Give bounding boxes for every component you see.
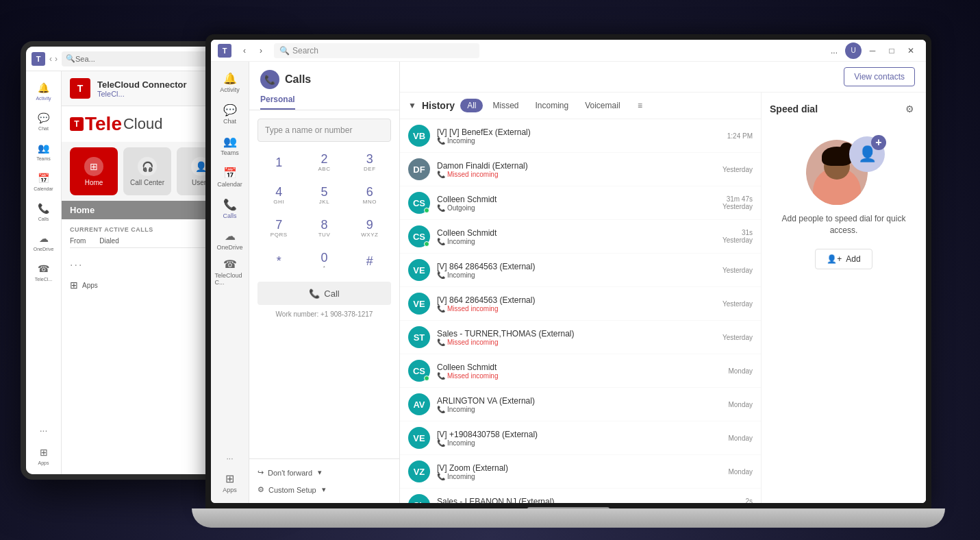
filter-missed[interactable]: Missed: [486, 99, 525, 112]
key-6[interactable]: 6MNO: [349, 180, 391, 210]
filter-voicemail[interactable]: Voicemail: [578, 99, 627, 112]
back-btn[interactable]: ‹: [237, 43, 252, 58]
history-item[interactable]: CS Colleen Schmidt 📞 Missed incoming Mon…: [400, 354, 761, 388]
call-type-icon: 📞: [437, 238, 445, 245]
history-item[interactable]: VE [V] 864 2864563 (External) 📞 Incoming…: [400, 254, 761, 287]
key-5[interactable]: 5JKL: [303, 180, 345, 210]
history-meta: Yesterday: [723, 267, 753, 274]
history-info: Colleen Schmidt 📞 Outgoing: [437, 195, 716, 212]
callcenter-icon: 🎧: [138, 157, 157, 176]
key-0[interactable]: 0*: [303, 246, 345, 276]
sidebar-item-activity[interactable]: 🔔 Activity: [215, 67, 245, 97]
sidebar-item-apps[interactable]: ⊞ Apps: [215, 467, 245, 498]
history-type: 📞 Outgoing: [437, 204, 716, 212]
dialed-column-header: Dialed: [99, 237, 118, 245]
key-8[interactable]: 8TUV: [303, 213, 345, 243]
speed-dial-add-btn[interactable]: 👤+ Add: [815, 249, 872, 269]
history-item[interactable]: CS Colleen Schmidt 📞 Incoming 31s Yester…: [400, 220, 761, 254]
more-dots-sidebar[interactable]: ···: [226, 451, 233, 466]
speed-dial-settings-icon[interactable]: ⚙: [901, 101, 918, 117]
key-star[interactable]: *: [257, 246, 300, 276]
sidebar-item-chat-tablet[interactable]: 💬 Chat: [30, 107, 58, 134]
laptop-device: T ‹ › 🔍 Search ... U ─ □ ✕: [192, 34, 945, 528]
calls-main-header: View contacts: [400, 62, 926, 93]
back-icon[interactable]: ‹: [49, 54, 52, 64]
sidebar-item-onedrive-tablet[interactable]: ☁ OneDrive: [30, 228, 58, 255]
history-name: [V] 864 2864563 (External): [437, 295, 716, 305]
speed-dial-header: Speed dial ⚙: [770, 101, 918, 117]
history-type: 📞 Missed incoming: [437, 305, 716, 312]
titlebar-search[interactable]: 🔍 Search: [274, 43, 479, 58]
history-time: Yesterday: [723, 203, 753, 210]
key-3[interactable]: 3DEF: [349, 147, 391, 177]
sidebar-item-activity-tablet[interactable]: 🔔 Activity: [30, 77, 58, 104]
contact-avatar: VZ: [408, 461, 430, 482]
forward-btn-footer[interactable]: ↪ Don't forward ▾: [257, 466, 391, 479]
custom-setup-btn[interactable]: ⚙ Custom Setup ▾: [257, 483, 391, 496]
key-2[interactable]: 2ABC: [303, 147, 345, 177]
history-name: [V] [V] BenefEx (External): [437, 127, 720, 137]
calls-tabs: Personal: [249, 89, 399, 110]
calls-panel-footer: ↪ Don't forward ▾ ⚙ Custom Setup ▾: [249, 458, 399, 503]
call-type-icon: 📞: [437, 473, 445, 480]
forward-icon[interactable]: ›: [55, 54, 58, 64]
add-contact-icon: 👤+: [827, 254, 842, 264]
dialpad-input[interactable]: Type a name or number: [257, 119, 391, 142]
maximize-btn[interactable]: □: [883, 42, 900, 59]
filter-settings-icon[interactable]: ≡: [633, 98, 648, 113]
history-item[interactable]: ST Sales - TURNER,THOMAS (External) 📞 Mi…: [400, 321, 761, 354]
history-label: History: [422, 100, 455, 111]
history-item[interactable]: VB [V] [V] BenefEx (External) 📞 Incoming…: [400, 119, 761, 153]
filter-incoming[interactable]: Incoming: [528, 99, 575, 112]
history-time: Yesterday: [723, 236, 753, 244]
history-item[interactable]: CS Colleen Schmidt 📞 Outgoing 31m 47s Ye…: [400, 186, 761, 220]
history-meta: Yesterday: [723, 334, 753, 341]
gear-icon: ⚙: [257, 485, 264, 494]
sidebar-item-calls[interactable]: 📞 Calls: [215, 193, 245, 223]
view-contacts-btn[interactable]: View contacts: [844, 67, 915, 86]
sidebar-item-chat[interactable]: 💬 Chat: [215, 99, 245, 129]
sidebar-item-apps-tablet[interactable]: ⊞ Apps: [30, 441, 58, 469]
history-time: 1:24 PM: [727, 132, 753, 140]
history-meta: Monday: [728, 401, 753, 408]
call-button[interactable]: 📞 Call: [257, 282, 391, 305]
teams-titlebar: T ‹ › 🔍 Search ... U ─ □ ✕: [211, 40, 926, 62]
more-dots-tablet[interactable]: ···: [37, 422, 51, 439]
history-time: Monday: [728, 367, 753, 375]
nav-callcenter-btn[interactable]: 🎧 Call Center: [123, 147, 171, 195]
history-item[interactable]: SL Sales - LEBANON NJ (External) 📞 Incom…: [400, 489, 761, 503]
sidebar-item-onedrive[interactable]: ☁ OneDrive: [215, 225, 245, 255]
add-person-icon: +: [871, 135, 886, 150]
history-item[interactable]: VE [V] 864 2864563 (External) 📞 Missed i…: [400, 287, 761, 321]
sidebar-item-calendar[interactable]: 📅 Calendar: [215, 162, 245, 192]
history-info: [V] 864 2864563 (External) 📞 Incoming: [437, 262, 716, 279]
history-item[interactable]: VZ [V] Zoom (External) 📞 Incoming Monday: [400, 455, 761, 489]
key-9[interactable]: 9WXYZ: [349, 213, 391, 243]
more-btn[interactable]: ...: [826, 42, 842, 59]
history-item[interactable]: DF Damon Finaldi (External) 📞 Missed inc…: [400, 153, 761, 186]
history-item[interactable]: AV ARLINGTON VA (External) 📞 Incoming Mo…: [400, 388, 761, 421]
apps-plus-icon[interactable]: ⊞: [70, 280, 78, 291]
key-1[interactable]: 1: [257, 147, 300, 177]
filter-all[interactable]: All: [460, 99, 483, 112]
sidebar-item-calendar-tablet[interactable]: 📅 Calendar: [30, 167, 58, 195]
calls-main: View contacts ▼ History All Mis: [400, 62, 926, 503]
user-avatar[interactable]: U: [845, 42, 862, 59]
laptop-screen-outer: T ‹ › 🔍 Search ... U ─ □ ✕: [205, 34, 931, 508]
sidebar-item-calls-tablet[interactable]: 📞 Calls: [30, 197, 58, 225]
sidebar-item-teams-tablet[interactable]: 👥 Teams: [30, 137, 58, 164]
forward-btn[interactable]: ›: [253, 43, 268, 58]
search-placeholder: Search: [292, 46, 318, 56]
close-btn[interactable]: ✕: [903, 42, 919, 59]
sidebar-item-telecloud[interactable]: ☎ TeleCloud C...: [215, 256, 245, 286]
sidebar-item-teams[interactable]: 👥 Teams: [215, 130, 245, 160]
key-4[interactable]: 4GHI: [257, 180, 300, 210]
chat-icon: 💬: [37, 111, 51, 125]
sidebar-item-telecloud-tablet[interactable]: ☎ TeleCl...: [30, 258, 58, 285]
key-7[interactable]: 7PQRS: [257, 213, 300, 243]
history-item[interactable]: VE [V] +1908430758 (External) 📞 Incoming…: [400, 421, 761, 455]
key-hash[interactable]: #: [349, 246, 391, 276]
tab-personal[interactable]: Personal: [260, 95, 295, 110]
nav-home-btn[interactable]: ⊞ Home: [70, 147, 118, 195]
minimize-btn[interactable]: ─: [864, 42, 881, 59]
